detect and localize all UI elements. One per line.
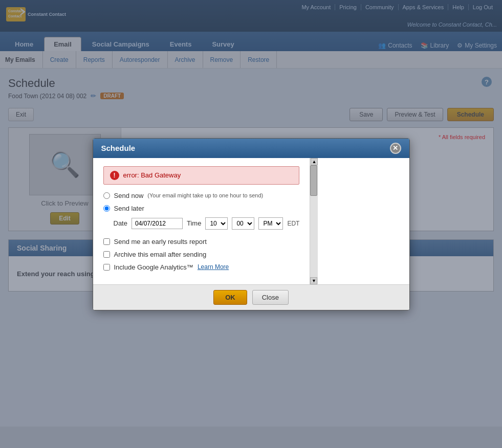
early-results-checkbox[interactable]: [103, 238, 110, 245]
early-results-label[interactable]: Send me an early results report: [114, 238, 207, 245]
datetime-row: Date Time 10 11 12 00 15 30 45: [114, 217, 300, 230]
archive-row: Archive this email after sending: [103, 251, 300, 258]
modal-scrollbar[interactable]: ▲ ▼: [310, 158, 318, 284]
learn-more-link[interactable]: Learn More: [198, 263, 229, 271]
error-banner: ! error: Bad Gateway: [103, 166, 300, 185]
scroll-up-arrow[interactable]: ▲: [311, 158, 318, 165]
ampm-select[interactable]: AM PM: [258, 217, 283, 230]
send-now-note: (Your email might take up to one hour to…: [147, 192, 263, 198]
schedule-modal: Schedule ✕ ! error: Bad Gateway Send now…: [93, 138, 410, 310]
early-results-row: Send me an early results report: [103, 238, 300, 245]
ok-button[interactable]: OK: [213, 290, 247, 305]
modal-header: Schedule ✕: [93, 139, 409, 158]
send-later-radio[interactable]: [103, 205, 110, 212]
analytics-row: Include Google Analytics™ Learn More: [103, 263, 300, 271]
modal-title: Schedule: [101, 144, 136, 152]
error-icon: !: [110, 171, 119, 180]
minute-select[interactable]: 00 15 30 45: [232, 217, 254, 230]
archive-label[interactable]: Archive this email after sending: [114, 251, 207, 258]
archive-checkbox[interactable]: [103, 251, 110, 258]
send-now-label[interactable]: Send now: [114, 192, 144, 199]
send-later-label[interactable]: Send later: [114, 205, 144, 212]
hour-select[interactable]: 10 11 12: [205, 217, 228, 230]
date-label: Date: [114, 219, 127, 227]
modal-footer: OK Close: [93, 284, 409, 310]
analytics-checkbox[interactable]: [103, 264, 110, 271]
modal-close-button[interactable]: ✕: [390, 143, 401, 154]
scroll-thumb[interactable]: [310, 165, 317, 196]
modal-overlay: Schedule ✕ ! error: Bad Gateway Send now…: [0, 0, 502, 427]
send-later-row: Send later: [103, 205, 300, 212]
date-input[interactable]: [132, 218, 183, 229]
send-now-row: Send now (Your email might take up to on…: [103, 192, 300, 199]
modal-body-container: ! error: Bad Gateway Send now (Your emai…: [93, 158, 409, 284]
error-text: error: Bad Gateway: [123, 171, 181, 179]
analytics-label[interactable]: Include Google Analytics™: [114, 263, 193, 271]
close-modal-button[interactable]: Close: [252, 290, 289, 305]
modal-body: ! error: Bad Gateway Send now (Your emai…: [93, 158, 310, 284]
send-now-radio[interactable]: [103, 192, 110, 199]
scroll-down-arrow[interactable]: ▼: [310, 277, 317, 284]
time-label: Time: [187, 219, 201, 227]
timezone-label: EDT: [287, 220, 299, 227]
